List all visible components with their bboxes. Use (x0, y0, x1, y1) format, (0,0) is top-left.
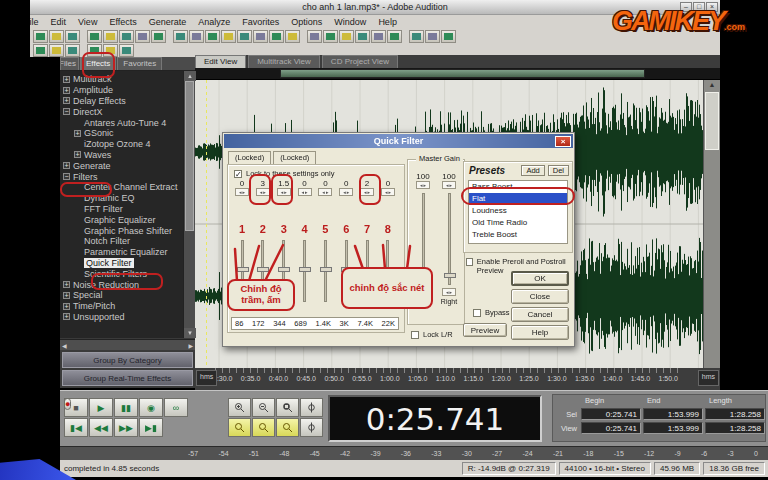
tree-item[interactable]: + Amplitude (60, 85, 183, 96)
preset-del-button[interactable]: Del (548, 165, 569, 176)
menu-item[interactable]: Generate (143, 17, 193, 27)
toolbar-button[interactable] (221, 30, 236, 43)
view-tab[interactable]: Multitrack View (248, 55, 320, 68)
bypass-checkbox[interactable]: Bypass (473, 308, 510, 317)
band-spinner[interactable]: ◂▸ (277, 188, 291, 196)
time-display[interactable]: 0:25.741 (328, 395, 542, 442)
tree-expander-icon[interactable]: + (63, 162, 70, 169)
tree-expander-icon[interactable] (74, 227, 81, 234)
vertical-zoom-in-button[interactable] (300, 398, 323, 417)
toolbar-button[interactable] (253, 30, 268, 43)
locked-tab[interactable]: (Locked) (228, 151, 271, 164)
close-dialog-button[interactable]: Close (511, 289, 569, 304)
tree-item[interactable]: FFT Filter (60, 204, 183, 215)
go-to-end-button[interactable]: ▶▮ (139, 418, 163, 437)
panel-tab[interactable]: Favorites (117, 57, 162, 70)
toolbar-button[interactable] (119, 30, 134, 43)
zoom-to-selection-left-button[interactable] (228, 418, 251, 437)
toolbar-button[interactable] (371, 30, 386, 43)
tree-expander-icon[interactable]: + (74, 151, 81, 158)
view-tab[interactable]: CD Project View (322, 55, 398, 68)
band-spinner[interactable]: ◂▸ (298, 188, 312, 196)
toolbar-button[interactable] (49, 44, 64, 57)
tree-item[interactable]: iZotope Ozone 4 (60, 139, 183, 150)
tree-expander-icon[interactable] (74, 119, 81, 126)
tree-expander-icon[interactable]: + (74, 130, 81, 137)
tree-expander-icon[interactable] (74, 195, 81, 202)
tree-expander-icon[interactable] (74, 205, 81, 212)
slider-thumb[interactable] (299, 267, 311, 272)
tree-expander-icon[interactable] (74, 249, 81, 256)
band-spinner[interactable]: ◂▸ (339, 188, 353, 196)
band-spinner[interactable]: ◂▸ (381, 188, 395, 196)
toolbar-button[interactable] (237, 30, 252, 43)
preset-item[interactable]: Flat (469, 193, 567, 205)
tree-expander-icon[interactable] (74, 270, 81, 277)
toolbar-button[interactable] (409, 30, 424, 43)
band-value[interactable]: 1.5 (278, 179, 289, 188)
band-slider[interactable] (324, 240, 327, 302)
toolbar-button[interactable] (339, 30, 354, 43)
slider-thumb[interactable] (278, 267, 290, 272)
master-gain-right-spinner[interactable]: ◂▸ (442, 181, 456, 189)
tree-expander-icon[interactable]: + (63, 303, 70, 310)
master-gain-left-spinner[interactable]: ◂▸ (416, 181, 430, 189)
toolbar-button[interactable] (87, 44, 102, 57)
tree-expander-icon[interactable]: + (63, 76, 70, 83)
presets-list[interactable]: Bass BoostFlatLoudnessOld Time RadioTreb… (468, 180, 568, 244)
tree-item[interactable]: Parametric Equalizer (60, 247, 183, 258)
scrollbar-thumb[interactable] (705, 92, 719, 150)
group-by-category-button[interactable]: Group By Category (62, 352, 193, 368)
view-begin-value[interactable]: 0:25.741 (581, 422, 641, 434)
band-value[interactable]: 0 (344, 179, 348, 188)
band-value[interactable]: 0 (302, 179, 306, 188)
tree-expander-icon[interactable] (74, 141, 81, 148)
toolbar-button[interactable] (49, 30, 64, 43)
tree-item[interactable]: Center Channel Extract (60, 182, 183, 193)
tree-horizontal-scrollbar[interactable]: ◀ ▶ (60, 339, 195, 350)
lock-lr-checkbox[interactable]: Lock L/R (411, 330, 453, 339)
sel-end-value[interactable]: 1:53.999 (643, 408, 703, 420)
menu-item[interactable]: Favorites (236, 17, 285, 27)
waveform-vertical-scrollbar[interactable]: ▲ (703, 80, 720, 368)
tree-item[interactable]: Scientific Filters (60, 268, 183, 279)
menu-item[interactable]: Effects (103, 17, 142, 27)
band-value[interactable]: 3 (261, 179, 265, 188)
zoom-to-selection-button[interactable] (276, 398, 299, 417)
toolbar-button[interactable] (387, 30, 402, 43)
slider-thumb[interactable] (444, 273, 456, 278)
scroll-left-icon[interactable]: ◀ (62, 342, 67, 349)
band-value[interactable]: 0 (240, 179, 244, 188)
toolbar-button[interactable] (285, 30, 300, 43)
toolbar-button[interactable] (65, 44, 80, 57)
band-value[interactable]: 2 (365, 179, 369, 188)
menu-item[interactable]: Window (328, 17, 372, 27)
toolbar-button[interactable] (173, 30, 188, 43)
rewind-button[interactable]: ◀◀ (89, 418, 113, 437)
toolbar-button[interactable] (189, 30, 204, 43)
zoom-in-button[interactable] (228, 398, 251, 417)
toolbar-button[interactable] (135, 30, 150, 43)
scroll-up-icon[interactable]: ▲ (184, 71, 196, 81)
tree-item[interactable]: Graphic Phase Shifter (60, 225, 183, 236)
tree-expander-icon[interactable]: − (63, 108, 70, 115)
preset-add-button[interactable]: Add (521, 165, 544, 176)
master-gain-right-fine-spinner[interactable]: ◂▸ (442, 288, 456, 296)
slider-thumb[interactable] (320, 267, 332, 272)
scrollbar-thumb[interactable] (185, 81, 194, 231)
fast-forward-button[interactable]: ▶▶ (114, 418, 138, 437)
cancel-button[interactable]: Cancel (511, 307, 569, 322)
tree-item[interactable]: Quick Filter (60, 258, 183, 269)
toolbar-button[interactable] (441, 30, 456, 43)
help-button[interactable]: Help (511, 325, 569, 340)
toolbar-button[interactable] (323, 30, 338, 43)
tree-item[interactable]: + Waves (60, 150, 183, 161)
band-spinner[interactable]: ◂▸ (318, 188, 332, 196)
tree-item[interactable]: + Time/Pitch (60, 301, 183, 312)
toolbar-button[interactable] (87, 30, 102, 43)
master-gain-right-slider[interactable] (448, 193, 451, 285)
scroll-right-icon[interactable]: ▶ (188, 342, 193, 349)
panel-tab[interactable]: Files (60, 57, 79, 70)
dialog-close-icon[interactable]: × (555, 136, 571, 147)
tree-item[interactable]: + GSonic (60, 128, 183, 139)
